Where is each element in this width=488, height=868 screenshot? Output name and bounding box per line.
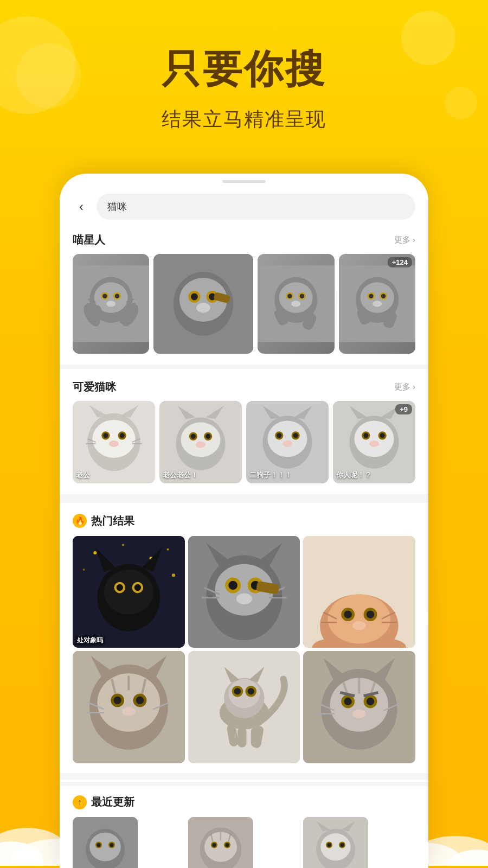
recent-item[interactable]	[303, 817, 368, 868]
hot-result-overlay: 处对象吗	[75, 635, 105, 646]
cute-section-title: 可爱猫咪	[73, 380, 116, 394]
sticker-item[interactable]: +124	[339, 254, 415, 354]
svg-point-87	[380, 433, 385, 438]
svg-point-125	[367, 610, 374, 618]
svg-point-21	[191, 293, 198, 301]
meow-section: 喵星人 更多 ›	[60, 224, 428, 362]
hot-results-top-row: 处对象吗	[73, 536, 415, 648]
back-button[interactable]: ‹	[73, 199, 90, 214]
svg-point-78	[282, 441, 292, 447]
search-bar-row: ‹ 猫咪	[60, 185, 428, 224]
svg-point-212	[447, 850, 488, 866]
sticker-item[interactable]	[73, 254, 149, 354]
svg-point-61	[181, 422, 221, 457]
svg-point-187	[110, 843, 113, 847]
cute-sticker-item[interactable]: +9 你人呢！？	[333, 401, 415, 483]
svg-point-174	[367, 698, 374, 705]
meow-sticker-row: +124	[73, 254, 415, 358]
svg-point-124	[344, 610, 352, 618]
svg-point-5	[102, 294, 107, 298]
svg-point-209	[0, 841, 43, 866]
hot-results-bottom-row	[73, 651, 415, 763]
hot-results-section: 🔥 热门结果	[60, 505, 428, 771]
recent-item[interactable]	[73, 817, 138, 868]
svg-point-158	[247, 688, 254, 695]
svg-point-90	[93, 551, 97, 554]
svg-point-177	[352, 710, 366, 719]
handle-bar	[222, 180, 266, 183]
phone-handle	[60, 174, 428, 185]
meow-more-btn[interactable]: 更多 ›	[394, 235, 415, 245]
meow-section-title: 喵星人	[73, 233, 105, 247]
hot-results-header: 🔥 热门结果	[73, 514, 415, 528]
svg-point-173	[344, 698, 352, 705]
svg-point-30	[287, 294, 292, 298]
hot-result-item[interactable]: 处对象吗	[73, 536, 185, 648]
sticker-item[interactable]	[153, 254, 253, 354]
meow-section-header: 喵星人 更多 ›	[73, 233, 415, 247]
svg-point-53	[120, 433, 125, 438]
svg-point-143	[113, 697, 121, 704]
cute-sticker-item[interactable]: 二狗子！！！	[246, 401, 329, 483]
cute-sticker-item[interactable]: 老公老公！	[159, 401, 242, 483]
svg-point-40	[369, 294, 373, 298]
upload-icon: ↑	[73, 795, 87, 809]
svg-point-113	[236, 593, 252, 604]
cute-sticker-badge: +9	[395, 404, 412, 414]
hero-title: 只要你搜	[22, 43, 466, 95]
svg-point-121	[328, 594, 391, 643]
sticker-label: 二狗子！！！	[249, 470, 292, 480]
hero-subtitle: 结果立马精准呈现	[22, 106, 466, 133]
recent-item[interactable]	[188, 817, 253, 868]
hot-result-item[interactable]	[188, 651, 300, 763]
svg-point-93	[167, 548, 169, 551]
svg-point-197	[225, 843, 229, 847]
fire-icon: 🔥	[73, 514, 87, 528]
cute-sticker-item[interactable]: 老公	[73, 401, 155, 483]
svg-point-200	[321, 833, 351, 860]
svg-point-86	[363, 433, 368, 438]
recent-updates-row	[73, 817, 415, 868]
svg-point-183	[89, 833, 121, 861]
svg-point-52	[103, 433, 108, 438]
svg-point-126	[352, 621, 366, 630]
svg-point-206	[341, 843, 344, 847]
svg-point-144	[136, 697, 144, 704]
svg-point-27	[279, 282, 313, 313]
recent-updates-section: ↑ 最近更新	[60, 782, 428, 868]
svg-point-47	[92, 420, 135, 458]
sticker-label: 你人呢！？	[336, 470, 371, 480]
svg-point-32	[291, 301, 300, 307]
sticker-badge: +124	[388, 257, 412, 267]
svg-point-94	[83, 569, 85, 571]
svg-point-7	[106, 301, 115, 307]
cute-section-header: 可爱猫咪 更多 ›	[73, 380, 415, 394]
svg-point-67	[206, 434, 210, 439]
hot-result-item[interactable]	[73, 651, 185, 763]
recent-updates-header: ↑ 最近更新	[73, 795, 415, 809]
svg-point-71	[268, 420, 307, 457]
svg-point-205	[328, 843, 331, 847]
svg-point-66	[191, 434, 196, 439]
svg-point-81	[355, 420, 394, 457]
svg-rect-160	[237, 727, 247, 748]
sticker-label: 老公	[76, 470, 90, 480]
svg-point-91	[122, 544, 124, 546]
hot-result-item[interactable]	[303, 651, 415, 763]
svg-point-77	[293, 433, 298, 438]
svg-point-41	[381, 294, 385, 298]
svg-point-186	[97, 843, 100, 847]
svg-point-54	[109, 441, 119, 447]
svg-point-103	[134, 584, 141, 591]
svg-point-99	[104, 570, 153, 615]
divider2	[60, 494, 428, 503]
search-input[interactable]: 猫咪	[97, 194, 415, 220]
svg-point-68	[196, 441, 206, 448]
svg-point-23	[196, 303, 210, 312]
cute-more-btn[interactable]: 更多 ›	[394, 382, 415, 392]
svg-point-111	[228, 580, 237, 590]
hot-result-item[interactable]	[303, 536, 415, 648]
svg-point-145	[122, 707, 136, 717]
sticker-item[interactable]	[258, 254, 334, 354]
hot-result-item[interactable]	[188, 536, 300, 648]
